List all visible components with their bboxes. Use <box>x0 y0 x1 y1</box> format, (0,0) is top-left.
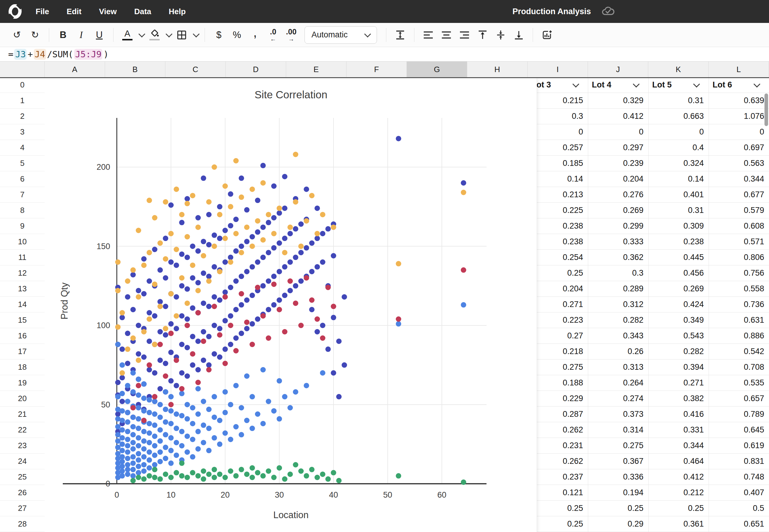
row-header-24[interactable]: 24 <box>0 454 45 469</box>
data-cell[interactable]: 0.282 <box>588 312 648 328</box>
align-middle-icon[interactable] <box>493 27 509 43</box>
row-header-0[interactable]: 0 <box>0 77 45 93</box>
data-cell[interactable]: 0.619 <box>709 438 769 454</box>
data-cell[interactable]: 0.269 <box>648 281 709 297</box>
data-cell[interactable]: 0.697 <box>709 140 769 156</box>
filter-chevron-icon[interactable] <box>754 81 761 87</box>
data-cell[interactable]: 0.349 <box>648 312 709 328</box>
data-cell[interactable]: 0.299 <box>588 218 648 234</box>
filter-chevron-icon[interactable] <box>693 81 700 87</box>
data-cell[interactable]: 0.194 <box>588 485 648 501</box>
redo-icon[interactable]: ↻ <box>27 27 43 43</box>
data-cell[interactable]: 0.25 <box>528 501 588 516</box>
text-color-dropdown-icon[interactable] <box>138 30 145 37</box>
data-cell[interactable]: 0.344 <box>648 438 709 454</box>
row-header-18[interactable]: 18 <box>0 359 45 375</box>
data-cell[interactable]: 0.185 <box>528 156 588 171</box>
data-cell[interactable]: 0.289 <box>588 281 648 297</box>
row-header-26[interactable]: 26 <box>0 485 45 501</box>
column-header-I[interactable]: I <box>528 62 588 77</box>
lot-header-cell[interactable]: Lot 6 <box>709 77 769 93</box>
data-cell[interactable]: 0.282 <box>648 344 709 359</box>
data-cell[interactable]: 0.324 <box>648 156 709 171</box>
data-cell[interactable]: 0.608 <box>709 218 769 234</box>
row-header-12[interactable]: 12 <box>0 265 45 281</box>
data-cell[interactable]: 0.213 <box>528 187 588 203</box>
italic-button[interactable]: I <box>73 27 89 43</box>
data-cell[interactable]: 0.382 <box>648 391 709 407</box>
column-header-B[interactable]: B <box>105 62 165 77</box>
menu-item-help[interactable]: Help <box>169 7 186 16</box>
align-center-icon[interactable] <box>439 27 454 43</box>
data-cell[interactable]: 0.736 <box>709 297 769 312</box>
data-cell[interactable]: 0.313 <box>588 359 648 375</box>
row-header-6[interactable]: 6 <box>0 171 45 187</box>
data-cell[interactable]: 0.271 <box>648 375 709 391</box>
data-cell[interactable]: 0.789 <box>709 407 769 422</box>
increase-decimal-icon[interactable]: .00→ <box>283 27 299 43</box>
data-cell[interactable]: 0.238 <box>528 234 588 250</box>
column-header-K[interactable]: K <box>648 62 709 77</box>
data-cell[interactable]: 0.886 <box>709 328 769 344</box>
insert-chart-icon[interactable] <box>539 27 555 43</box>
data-cell[interactable]: 0.464 <box>648 454 709 469</box>
fill-color-dropdown-icon[interactable] <box>166 30 173 37</box>
data-cell[interactable]: 0.3 <box>588 265 648 281</box>
data-cell[interactable]: 0.275 <box>528 359 588 375</box>
filter-chevron-icon[interactable] <box>573 81 580 87</box>
menu-item-view[interactable]: View <box>99 7 117 16</box>
data-cell[interactable]: 0.456 <box>648 265 709 281</box>
column-header-E[interactable]: E <box>286 62 346 77</box>
column-header-C[interactable]: C <box>165 62 226 77</box>
column-header-L[interactable]: L <box>709 62 769 77</box>
column-header-H[interactable]: H <box>467 62 528 77</box>
data-cell[interactable]: 0 <box>709 124 769 140</box>
decrease-decimal-icon[interactable]: .0← <box>265 27 281 43</box>
data-cell[interactable]: 0.631 <box>709 312 769 328</box>
data-cell[interactable]: 0.225 <box>528 203 588 218</box>
column-header-F[interactable]: F <box>346 62 407 77</box>
row-header-7[interactable]: 7 <box>0 187 45 203</box>
menu-item-data[interactable]: Data <box>134 7 151 16</box>
text-color-button[interactable]: A <box>119 27 135 43</box>
data-cell[interactable]: 0.362 <box>588 250 648 265</box>
data-cell[interactable]: 0.645 <box>709 422 769 438</box>
underline-button[interactable]: U <box>91 27 107 43</box>
data-cell[interactable]: 0.748 <box>709 469 769 485</box>
data-cell[interactable]: 0.25 <box>528 516 588 532</box>
select-all-corner[interactable] <box>0 62 45 77</box>
data-cell[interactable]: 0.361 <box>648 516 709 532</box>
embedded-chart[interactable]: 0102030405060050100150200Site Correlatio… <box>45 77 537 532</box>
row-header-15[interactable]: 15 <box>0 312 45 328</box>
row-header-19[interactable]: 19 <box>0 375 45 391</box>
fill-color-button[interactable] <box>147 27 162 43</box>
row-header-9[interactable]: 9 <box>0 218 45 234</box>
row-header-27[interactable]: 27 <box>0 501 45 516</box>
align-right-icon[interactable] <box>457 27 472 43</box>
data-cell[interactable]: 0.31 <box>648 93 709 109</box>
data-cell[interactable]: 0.262 <box>528 454 588 469</box>
data-cell[interactable]: 0.344 <box>709 171 769 187</box>
data-cell[interactable]: 0.262 <box>528 422 588 438</box>
data-cell[interactable]: 0.563 <box>709 156 769 171</box>
data-cell[interactable]: 0.445 <box>648 250 709 265</box>
data-cell[interactable]: 0.237 <box>528 469 588 485</box>
row-header-13[interactable]: 13 <box>0 281 45 297</box>
data-cell[interactable]: 0 <box>588 124 648 140</box>
data-cell[interactable]: 0.651 <box>709 516 769 532</box>
data-cell[interactable]: 0.407 <box>709 485 769 501</box>
data-cell[interactable]: 0.412 <box>588 109 648 124</box>
data-cell[interactable]: 0.212 <box>648 485 709 501</box>
data-cell[interactable]: 0.231 <box>528 438 588 454</box>
row-header-5[interactable]: 5 <box>0 156 45 171</box>
data-cell[interactable]: 0.271 <box>528 297 588 312</box>
data-cell[interactable]: 0.4 <box>648 140 709 156</box>
data-cell[interactable]: 0.677 <box>709 187 769 203</box>
data-cell[interactable]: 0.269 <box>588 203 648 218</box>
data-cell[interactable]: 0.394 <box>648 359 709 375</box>
data-cell[interactable]: 0.25 <box>528 265 588 281</box>
app-logo-icon[interactable] <box>8 4 22 19</box>
align-left-icon[interactable] <box>421 27 436 43</box>
data-cell[interactable]: 0.14 <box>648 171 709 187</box>
row-header-4[interactable]: 4 <box>0 140 45 156</box>
